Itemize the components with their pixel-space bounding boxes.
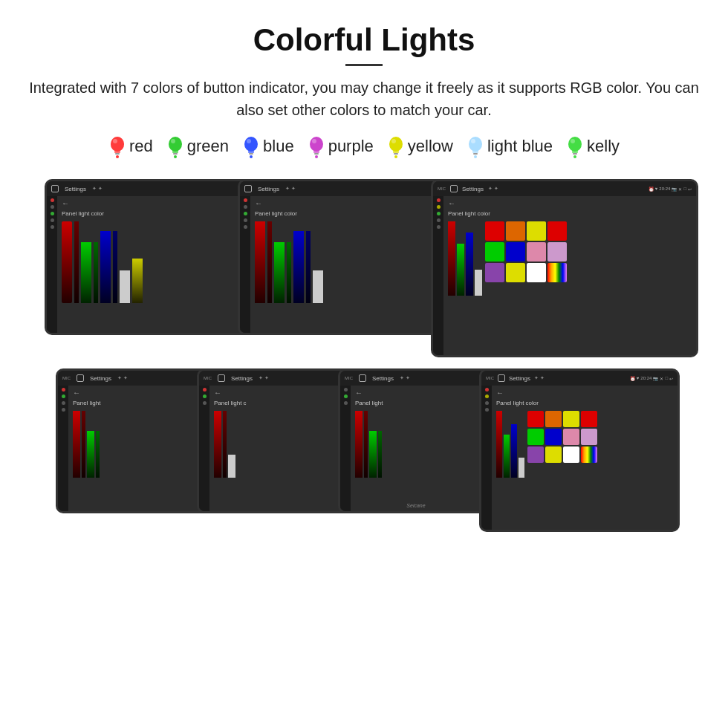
bulb-icon-yellow	[387, 134, 405, 158]
bars-4	[73, 411, 205, 478]
topbar-6: MIC Settings ✦ ✦	[340, 371, 492, 386]
svg-point-35	[573, 155, 576, 158]
svg-rect-13	[249, 153, 253, 155]
svg-rect-18	[314, 153, 319, 155]
svg-point-16	[310, 137, 323, 152]
status-7: ⏰♥20:24📷✕□↩	[630, 376, 673, 381]
svg-point-21	[389, 137, 403, 152]
svg-point-34	[571, 139, 575, 143]
gc7-yellow	[563, 411, 579, 427]
dot-g6	[344, 394, 348, 398]
bar-yellow-1	[132, 259, 143, 304]
dot-green-3	[437, 212, 441, 215]
topbar-4: MIC Settings ✦ ✦	[58, 371, 209, 386]
dot-r4	[62, 388, 65, 392]
svg-rect-28	[473, 153, 478, 155]
bar-white-1	[120, 270, 130, 303]
gc-red2	[547, 221, 567, 241]
bar-db2	[306, 231, 311, 303]
svg-rect-12	[248, 151, 254, 153]
screen-7: MIC Settings ✦ ✦ ⏰♥20:24📷✕□↩	[479, 368, 672, 532]
svg-rect-27	[472, 151, 478, 153]
panel-title-5: Panel light c	[214, 400, 346, 406]
color-list: red green blue	[15, 134, 713, 158]
bar-g6	[369, 431, 377, 478]
color-label-light-blue: light blue	[487, 137, 553, 156]
seicane-logo: Seicane	[406, 503, 425, 508]
dot-1a	[51, 205, 54, 209]
color-label-yellow: yellow	[408, 137, 453, 156]
panel-title-1: Panel light color	[62, 210, 253, 217]
bottom-screens-row: MIC Settings ✦ ✦ ←	[15, 368, 713, 532]
screen-1: Settings ✦ ✦ ← Panel lig	[45, 179, 260, 335]
bulb-icon-light-blue	[467, 134, 484, 158]
bar-blue-1	[100, 231, 111, 303]
color-item-yellow: yellow	[387, 134, 453, 158]
svg-point-14	[247, 139, 251, 143]
screen-4: MIC Settings ✦ ✦ ←	[56, 368, 212, 513]
topbar-5: MIC Settings ✦ ✦	[199, 371, 351, 386]
bar-w3	[475, 270, 482, 296]
dot-r7	[485, 388, 489, 392]
svg-rect-17	[313, 151, 319, 153]
color-label-purple: purple	[328, 137, 374, 156]
bar-darkblue-1	[113, 231, 117, 303]
svg-point-10	[174, 155, 177, 158]
dot-red-3	[437, 198, 441, 202]
grid-bars-7	[496, 411, 673, 478]
gc7-white	[563, 446, 579, 463]
screen-3: MIC Settings ✦ ✦ ⏰♥20:24📷✕□↩	[431, 179, 683, 357]
bar-b3	[466, 233, 473, 296]
sidebar-6	[340, 386, 351, 511]
dot-yellow-3	[437, 205, 441, 209]
bar-darkred-1	[74, 221, 79, 303]
back-6: ←	[355, 389, 487, 397]
main-5: ← Panel light c	[209, 386, 351, 511]
panel-title-3: Panel light color	[448, 210, 692, 217]
sidebar-7	[481, 386, 492, 530]
small-bars-7	[496, 411, 524, 478]
color-item-kelly: kelly	[566, 134, 620, 158]
bar-g2	[274, 242, 285, 304]
color-grid-7	[527, 411, 597, 463]
svg-point-30	[474, 155, 477, 158]
dot-7b	[485, 408, 489, 412]
home-icon-4	[77, 374, 84, 382]
home-icon-6	[359, 374, 366, 382]
sidebar-3	[433, 196, 443, 355]
bar-darkgreen-1	[94, 242, 98, 304]
bar-r6	[355, 411, 363, 478]
svg-point-5	[116, 155, 119, 158]
device-5: MIC Settings ✦ ✦ ← Panel ligh	[197, 368, 353, 513]
home-icon-7	[498, 374, 505, 382]
device-3: MIC Settings ✦ ✦ ⏰♥20:24📷✕□↩	[431, 179, 698, 357]
panel-title-7: Panel light color	[496, 400, 673, 406]
dot-5a	[203, 401, 207, 405]
dot-g5	[203, 394, 207, 398]
bar-r4	[73, 411, 80, 478]
gc-pink	[527, 242, 546, 262]
color-label-blue: blue	[263, 137, 294, 156]
dot-red-2	[244, 198, 247, 202]
bar-r2	[255, 221, 265, 303]
back-5: ←	[214, 389, 346, 397]
home-icon-2	[244, 185, 252, 192]
svg-point-19	[312, 139, 316, 143]
bar-r3	[448, 221, 455, 296]
small-bars-3	[448, 221, 482, 296]
dot-green-2	[244, 212, 247, 215]
gc-red	[485, 221, 504, 241]
dot-g4	[62, 394, 65, 398]
bar-g7	[504, 435, 510, 478]
bars-1	[62, 221, 253, 303]
panel-title-6: Panel light	[355, 400, 487, 406]
svg-point-24	[391, 139, 396, 143]
bar-dg6	[378, 431, 382, 478]
home-icon-3	[450, 185, 458, 192]
screen-2: Settings ✦ ✦ ← Panel lig	[238, 179, 453, 335]
gc7-red	[527, 411, 544, 427]
back-7: ←	[496, 389, 673, 397]
settings-label-4: Settings	[90, 375, 111, 382]
gc-white	[527, 263, 546, 282]
panel-title-4: Panel light	[73, 400, 205, 406]
